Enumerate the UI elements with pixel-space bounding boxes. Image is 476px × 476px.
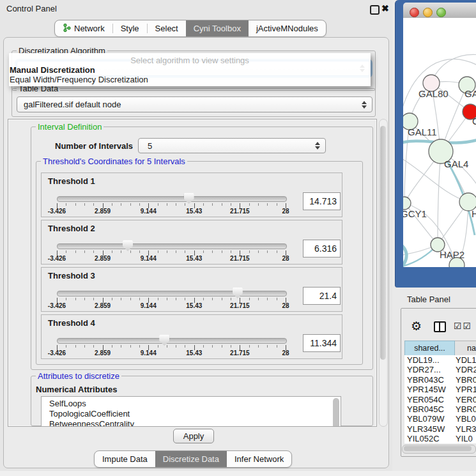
tick-mark <box>267 345 268 348</box>
tick-mark <box>176 345 176 348</box>
threshold-slider-handle[interactable] <box>233 288 243 298</box>
table-row[interactable]: YPR145WYPR1 <box>404 385 476 394</box>
float-window-icon[interactable] <box>370 5 380 15</box>
tick-mark <box>139 298 140 300</box>
scrollbar-thumb[interactable] <box>380 126 386 360</box>
table-horizontal-scrollbar[interactable] <box>402 445 476 454</box>
attributes-list-scrollbar[interactable] <box>333 398 339 427</box>
popup-hint: Select algorithm to view settings <box>9 56 371 65</box>
threshold-panel: Threshold 1 -3.4262.8599.14415.4321.7152… <box>41 173 342 217</box>
tab-style[interactable]: Style <box>113 20 147 36</box>
tick-mark <box>203 250 204 253</box>
tick-label: 9.144 <box>129 208 167 215</box>
tick-mark <box>222 345 222 348</box>
table-data-combobox[interactable]: galFiltered.sif default node <box>17 96 372 112</box>
threshold-slider-handle[interactable] <box>123 240 133 251</box>
table-row[interactable]: YBL079WYBL0 <box>404 414 476 424</box>
zoom-traffic-light-icon[interactable] <box>436 8 446 17</box>
tick-mark <box>93 345 94 348</box>
split-columns-icon[interactable] <box>434 321 446 332</box>
apply-button[interactable]: Apply <box>173 429 214 443</box>
column-header-shared-name[interactable]: shared... <box>404 341 455 356</box>
threshold-value-field[interactable]: 14.713 <box>303 192 341 210</box>
table-row[interactable]: YLR345WYLR3 <box>404 424 476 434</box>
tab-discretize-data[interactable]: Discretize Data <box>155 451 227 467</box>
bottom-tab-bar: Impute Data Discretize Data Infer Networ… <box>94 450 292 468</box>
table-row[interactable]: YIL052CYIL0 <box>404 434 476 443</box>
network-window-titlebar[interactable] <box>403 3 476 19</box>
tick-mark <box>267 203 268 206</box>
tab-impute-data[interactable]: Impute Data <box>95 451 155 467</box>
checkbox-icons[interactable]: ☑☑ <box>454 321 472 331</box>
tab-cyni-toolbox[interactable]: Cyni Toolbox <box>186 20 249 36</box>
threshold-slider-track[interactable] <box>57 196 287 202</box>
network-node-label: C <box>472 116 476 127</box>
network-node[interactable] <box>403 197 411 210</box>
tick-mark <box>185 203 185 206</box>
tick-mark <box>176 203 176 206</box>
tick-label: -3.426 <box>38 349 76 357</box>
close-traffic-light-icon[interactable] <box>410 8 419 17</box>
tick-mark <box>203 345 204 348</box>
network-node-label: HAP2 <box>440 249 464 260</box>
tick-label: 21.715 <box>220 255 259 262</box>
scrollbar-thumb[interactable] <box>404 446 472 451</box>
tab-label: Discretize Data <box>163 454 219 464</box>
tick-mark <box>167 250 167 253</box>
table-data-selected-value: galFiltered.sif default node <box>17 100 121 109</box>
popup-option-equal-width-frequency[interactable]: Equal Width/Frequency Discretization <box>10 75 148 84</box>
tick-label: 28 <box>266 255 305 262</box>
threshold-slider-track[interactable] <box>57 243 287 249</box>
table-row[interactable]: YDR27...YDR2 <box>404 365 476 374</box>
numerical-attributes-list[interactable]: SelfLoopsTopologicalCoefficientBetweenne… <box>41 396 341 427</box>
table-row[interactable]: YBR045CYBR0 <box>404 404 476 414</box>
tab-network[interactable]: Network <box>55 20 112 36</box>
tab-label: Network <box>74 24 105 33</box>
tick-label: 21.715 <box>220 302 259 309</box>
tab-select[interactable]: Select <box>148 20 186 36</box>
table-panel-title: Table Panel <box>407 295 450 304</box>
gear-icon[interactable]: ⚙ <box>411 319 422 334</box>
threshold-value-field[interactable]: 6.316 <box>303 240 341 257</box>
table-row[interactable]: YER054CYER0 <box>404 395 476 404</box>
network-canvas[interactable]: GAL80GACGAL11GAL4GCY1HHAP2 <box>403 18 476 267</box>
table-row[interactable]: YBR043CYBR0 <box>404 375 476 385</box>
threshold-value-field[interactable]: 11.344 <box>303 334 341 352</box>
cell-shared-name: YDR27... <box>404 365 456 374</box>
tick-label: 21.715 <box>220 208 259 215</box>
cell-shared-name: YDL19... <box>404 355 456 365</box>
threshold-slider-track[interactable] <box>57 338 287 344</box>
tab-jactivemnodules[interactable]: jActiveMNodules <box>249 20 326 36</box>
close-icon[interactable]: ✖ <box>381 3 389 13</box>
tick-mark <box>212 250 213 253</box>
tick-label: -3.426 <box>38 208 76 215</box>
cell-shared-name: YBR045C <box>404 404 456 414</box>
threshold-value-field[interactable]: 21.4 <box>303 287 341 305</box>
attribute-list-item[interactable]: BetweennessCentrality <box>42 419 341 427</box>
cell-shared-name: YPR145W <box>404 385 456 394</box>
tick-mark <box>66 203 66 206</box>
tick-mark <box>75 298 76 300</box>
attribute-list-item[interactable]: TopologicalCoefficient <box>42 409 341 419</box>
column-header-name[interactable]: na <box>455 341 476 356</box>
minimize-traffic-light-icon[interactable] <box>423 8 433 17</box>
tick-label: 15.43 <box>175 302 213 309</box>
tick-mark <box>112 203 112 206</box>
attribute-list-item[interactable]: SelfLoops <box>42 399 341 409</box>
tab-infer-network[interactable]: Infer Network <box>227 451 291 467</box>
tick-mark <box>66 250 66 253</box>
tick-label: 28 <box>266 302 305 309</box>
popup-option-manual-discretization[interactable]: Manual Discretization <box>10 65 95 75</box>
tick-mark <box>66 298 66 300</box>
table-row[interactable]: YDL19...YDL1 <box>404 355 476 365</box>
network-node-label: H <box>472 208 476 219</box>
main-vertical-scrollbar[interactable] <box>379 119 388 427</box>
threshold-slider-handle[interactable] <box>159 335 169 346</box>
tick-mark <box>167 345 167 348</box>
tick-mark <box>249 298 250 300</box>
cell-shared-name: YIL052C <box>404 434 456 443</box>
threshold-slider-track[interactable] <box>57 291 287 296</box>
threshold-slider-handle[interactable] <box>184 193 194 204</box>
network-graph[interactable]: GAL80GACGAL11GAL4GCY1HHAP2 <box>403 18 476 267</box>
number-of-intervals-combobox[interactable]: 5 <box>138 138 326 153</box>
